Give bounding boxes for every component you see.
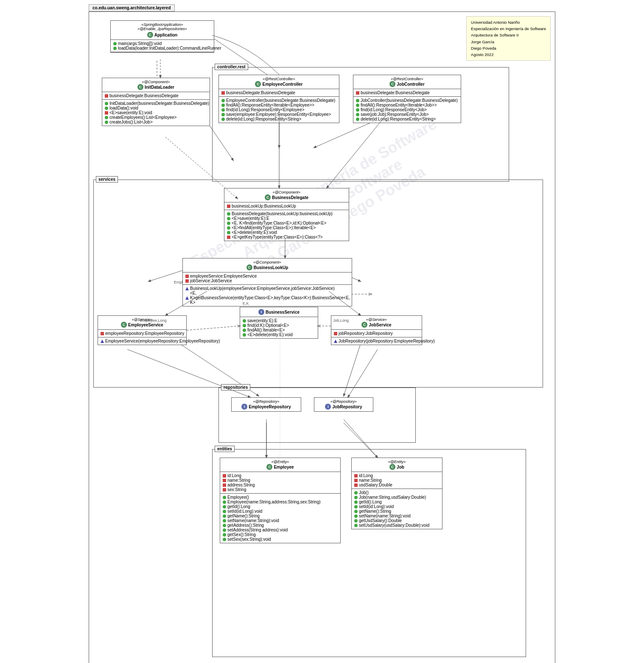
job-method-7: getUsdSalary():Double bbox=[354, 518, 440, 523]
employee-entity-class: «@Entity» C Employee id:Long name:String bbox=[220, 458, 341, 543]
idl-method-4: createEmployees():List<Employee> bbox=[105, 115, 207, 120]
jr-classname: JobRepository bbox=[332, 405, 362, 409]
ec-method-5: delete(id:Long):ResponseEntity<String> bbox=[221, 117, 336, 121]
job-method-1: Job() bbox=[354, 490, 440, 495]
emp-field-2: name:String bbox=[223, 478, 338, 483]
circle-c-idl: C bbox=[137, 84, 143, 90]
repositories-section: repositories bbox=[218, 388, 416, 443]
employee-repository-class: «@Repository» I EmployeeRepository bbox=[231, 397, 301, 412]
job-field-3: usdSalary:Double bbox=[354, 483, 440, 487]
emp-method-4: setId(id:Long):void bbox=[223, 509, 338, 514]
idl-method-1: InitDataLoader(businessDelegate:Business… bbox=[105, 101, 207, 106]
app-method-2: loadData(loader:InitDataLoader):CommandL… bbox=[113, 46, 211, 51]
es-classname: EmployeeService bbox=[128, 323, 163, 327]
info-line-5: Diego Poveda bbox=[471, 45, 546, 51]
entities-label: entities bbox=[215, 446, 235, 452]
idl-classname: InitDataLoader bbox=[145, 85, 174, 90]
ec-method-3: find(id:Long):ResponseEntity<Employee> bbox=[221, 107, 336, 112]
business-lookup-class: «@Component» C BusinessLookUp employeeSe… bbox=[182, 258, 352, 306]
bd-method-5: <E>delete(entity:E):void bbox=[227, 230, 346, 235]
emp-field-3: address:String bbox=[223, 483, 338, 487]
idl-method-5: createJobs():List<Job> bbox=[105, 120, 207, 124]
business-delegate-class: «@Component» C BusinessDelegate business… bbox=[224, 188, 349, 241]
jc-method-3: find(id:Long):ResponseEntity<Job> bbox=[356, 107, 458, 112]
job-entity-class: «@Entity» C Job id:Long name:String usdS bbox=[351, 458, 442, 529]
app-classname: Application bbox=[154, 33, 177, 37]
bs-method-1: save(entity:E):E bbox=[243, 318, 315, 323]
job-method-2: Job(name:String,usdSalary:Double) bbox=[354, 495, 440, 500]
bd-method-2: <E>save(entity:E):E bbox=[227, 216, 346, 221]
emp-field-1: id:Long bbox=[223, 473, 338, 478]
emp-method-9: getSex():String bbox=[223, 532, 338, 537]
info-box: Universidad Antonio Nariño Especializaci… bbox=[466, 16, 551, 61]
blu-classname: BusinessLookUp bbox=[254, 265, 288, 270]
job-field-2: name:String bbox=[354, 478, 440, 483]
bd-field-1: businessLookUp:BusinessLookUp bbox=[227, 204, 346, 208]
blu-field-1: employeeService:EmployeeService bbox=[185, 274, 349, 278]
bs-method-4: <E>delete(entity:E):void bbox=[243, 332, 315, 337]
jc-method-4: save(job:Job):ResponseEntity<Job> bbox=[356, 112, 458, 117]
es-field-1: employeeRepository:EmployeeRepository bbox=[101, 331, 184, 336]
bs-method-2: find(id:K):Optional<E> bbox=[243, 323, 315, 328]
emp-method-10: setSex(sex:String):void bbox=[223, 537, 338, 542]
application-class: «SpringBootApplication» «@Enable_JpaRepo… bbox=[110, 20, 214, 53]
jc-method-2: findAll():ResponseEntity<Iterable<Job>> bbox=[356, 103, 458, 107]
ec-method-2: findAll():ResponseEntity<Iterable<Employ… bbox=[221, 103, 336, 107]
controller-rest-label: controller.rest bbox=[215, 64, 248, 70]
info-line-3: Arquitectura de Software II bbox=[471, 32, 546, 38]
services-label: services bbox=[96, 176, 118, 183]
info-line-1: Universidad Antonio Nariño bbox=[471, 19, 546, 25]
jc-classname: JobController bbox=[397, 82, 425, 87]
es-method-1: EmployeeService(employeeRepository:Emplo… bbox=[101, 339, 184, 343]
emp-method-3: getId():Long bbox=[223, 504, 338, 509]
info-line-4: Jorge García bbox=[471, 39, 546, 45]
business-service-class: I BusinessService save(entity:E):E find(… bbox=[240, 307, 318, 339]
blu-method-1: BusinessLookUp(employeeService:EmployeeS… bbox=[185, 286, 349, 291]
emp-method-2: Employee(name:String,address:String,sex:… bbox=[223, 500, 338, 504]
circle-c-app: C bbox=[147, 32, 153, 38]
bd-method-6: <E>getKeyType(entityType:Class<E>):Class… bbox=[227, 235, 346, 239]
emp-classname: Employee bbox=[274, 465, 294, 469]
emp-method-5: getName():String bbox=[223, 514, 338, 518]
job-method-4: setId(id:Long):void bbox=[354, 504, 440, 509]
bs-method-3: findAll():Iterable<E> bbox=[243, 328, 315, 332]
job-method-6: setName(name:String):void bbox=[354, 514, 440, 518]
bd-classname: BusinessDelegate bbox=[272, 195, 308, 200]
ec-method-1: EmployeeController(businessDelegate:Busi… bbox=[221, 98, 336, 103]
job-service-class: «@Service» C JobService jobRepository:Jo… bbox=[331, 315, 422, 345]
job-method-5: getName():String bbox=[354, 509, 440, 514]
bd-method-4: <E>findAll(entityType:Class<E>):Iterable… bbox=[227, 225, 346, 230]
info-line-6: Agosto 2022 bbox=[471, 51, 546, 58]
job-classname: Job bbox=[397, 465, 404, 469]
employee-controller-class: «@RestController» C EmployeeController b… bbox=[218, 75, 339, 123]
bs-classname: BusinessService bbox=[266, 310, 300, 315]
job-method-3: getId():Long bbox=[354, 500, 440, 504]
job-repository-class: «@Repository» I JobRepository bbox=[314, 397, 373, 412]
repositories-label: repositories bbox=[221, 384, 250, 390]
emp-method-6: setName(name:String):void bbox=[223, 518, 338, 523]
blu-method-2: <E, K>getBusinessService(entityType:Clas… bbox=[185, 291, 349, 305]
bd-method-3: <E, K>find(entityType:Class<E>,id:K):Opt… bbox=[227, 221, 346, 225]
js-classname: JobService bbox=[369, 323, 391, 327]
ec-field-1: businessDelegate:BusinessDelegate bbox=[221, 90, 336, 95]
window-title: co.edu.uan.sweng.architecture.layered bbox=[89, 4, 175, 11]
blu-field-2: jobService:JobService bbox=[185, 278, 349, 283]
jc-method-1: JobController(businessDelegate:BusinessD… bbox=[356, 98, 458, 103]
info-line-2: Especialización en Ingeniería de Softwar… bbox=[471, 25, 546, 32]
initdataloader-class: «@Component» C InitDataLoader businessDe… bbox=[102, 78, 210, 126]
employee-service-class: «@Service» C EmployeeService employeeRep… bbox=[98, 315, 187, 345]
idl-method-2: loadData():void bbox=[105, 106, 207, 110]
job-method-8: setUsdSalary(usdSalary:Double):void bbox=[354, 523, 440, 528]
idl-method-3: <E>save(entity:E):void bbox=[105, 110, 207, 115]
js-field-1: jobRepository:JobRepository bbox=[334, 331, 419, 336]
idl-field-1: businessDelegate:BusinessDelegate bbox=[105, 93, 207, 98]
er-classname: EmployeeRepository bbox=[249, 405, 291, 409]
emp-method-8: setAddress(String address):void bbox=[223, 528, 338, 532]
jc-field-1: businessDelegate:BusinessDelegate bbox=[356, 90, 458, 95]
emp-method-7: getAddress():String bbox=[223, 523, 338, 528]
ec-classname: EmployeeController bbox=[262, 82, 302, 87]
emp-method-1: Employee() bbox=[223, 495, 338, 500]
bd-method-1: BusinessDelegate(businessLookUp:business… bbox=[227, 211, 346, 216]
job-field-1: id:Long bbox=[354, 473, 440, 478]
ec-method-4: save(employee:Employee):ResponseEntity<E… bbox=[221, 112, 336, 117]
